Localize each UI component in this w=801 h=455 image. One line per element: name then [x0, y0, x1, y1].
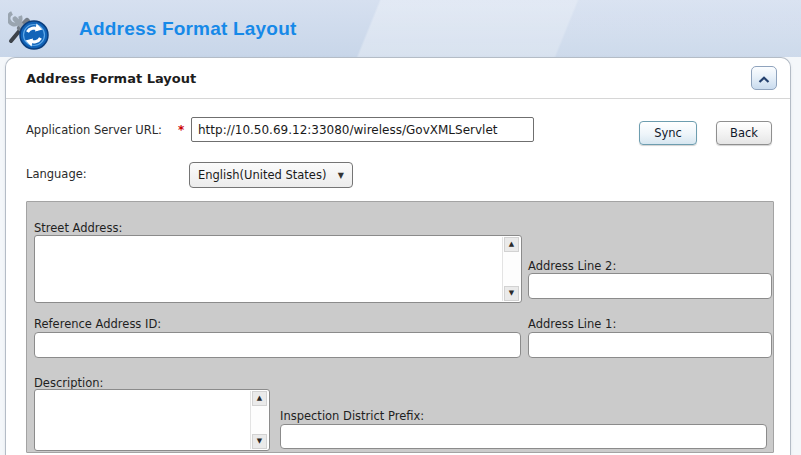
collapse-button[interactable] — [751, 66, 777, 90]
address-fields-panel: Street Address: ▲ ▼ Address Line 2: Refe… — [26, 201, 774, 453]
panel-title: Address Format Layout — [26, 71, 196, 86]
page-header: Address Format Layout — [0, 0, 801, 57]
tools-sync-icon — [8, 10, 50, 50]
chevron-up-icon — [758, 69, 770, 88]
address-line-2-input[interactable] — [528, 273, 772, 299]
description-textarea[interactable]: ▲ ▼ — [34, 389, 270, 451]
scroll-down-button[interactable]: ▼ — [252, 434, 267, 449]
description-text[interactable] — [37, 392, 250, 448]
page-title: Address Format Layout — [79, 18, 296, 40]
application-server-url-input[interactable] — [191, 117, 534, 142]
inspection-district-prefix-label: Inspection District Prefix: — [280, 409, 424, 423]
application-server-url-label: Application Server URL: — [26, 118, 162, 143]
required-marker: * — [178, 118, 184, 143]
language-select[interactable]: English(United States) ▼ — [189, 162, 353, 188]
panel-header: Address Format Layout — [6, 58, 790, 99]
address-format-panel: Address Format Layout Application Server… — [5, 57, 791, 455]
sync-button[interactable]: Sync — [639, 121, 697, 145]
language-selected-value: English(United States) — [198, 168, 326, 182]
description-label: Description: — [34, 376, 103, 390]
caret-down-icon: ▼ — [332, 171, 344, 180]
triangle-down-icon: ▼ — [509, 290, 514, 297]
triangle-up-icon: ▲ — [257, 395, 262, 402]
reference-address-id-input[interactable] — [34, 332, 521, 358]
back-button[interactable]: Back — [716, 121, 772, 145]
scroll-down-button[interactable]: ▼ — [504, 286, 519, 301]
address-line-1-input[interactable] — [528, 332, 772, 358]
address-line-1-label: Address Line 1: — [528, 317, 616, 331]
scroll-up-button[interactable]: ▲ — [252, 391, 267, 406]
screen: Address Format Layout Address Format Lay… — [0, 0, 801, 455]
address-line-2-label: Address Line 2: — [528, 259, 616, 273]
triangle-down-icon: ▼ — [257, 438, 262, 445]
reference-address-id-label: Reference Address ID: — [34, 317, 161, 331]
street-address-text[interactable] — [37, 238, 502, 300]
street-address-label: Street Address: — [34, 221, 122, 235]
scroll-up-button[interactable]: ▲ — [504, 237, 519, 252]
page-header-inner: Address Format Layout — [0, 0, 801, 57]
scrollbar[interactable]: ▲ ▼ — [250, 391, 268, 449]
inspection-district-prefix-input[interactable] — [280, 424, 767, 449]
triangle-up-icon: ▲ — [509, 241, 514, 248]
scrollbar[interactable]: ▲ ▼ — [502, 237, 520, 301]
street-address-textarea[interactable]: ▲ ▼ — [34, 235, 522, 303]
language-label: Language: — [26, 162, 87, 187]
